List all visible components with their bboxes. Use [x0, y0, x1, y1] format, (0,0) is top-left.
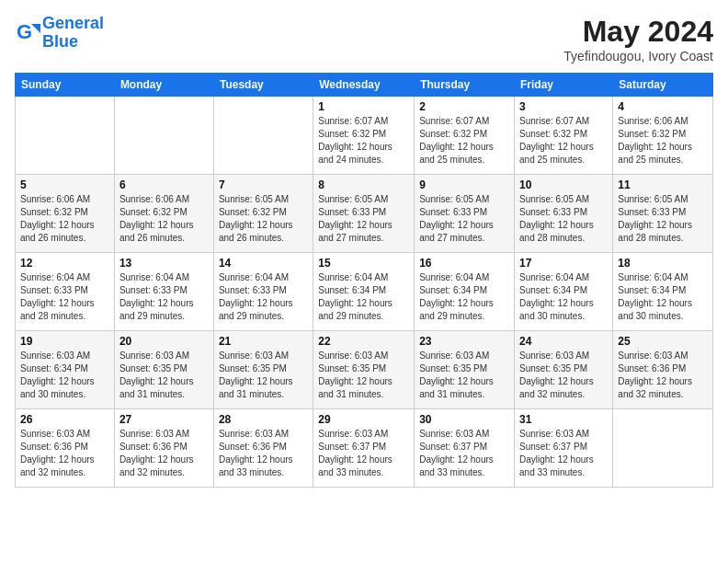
day-info: Sunrise: 6:04 AM Sunset: 6:34 PM Dayligh… — [318, 271, 409, 323]
calendar-cell: 1Sunrise: 6:07 AM Sunset: 6:32 PM Daylig… — [313, 97, 415, 175]
calendar-cell: 29Sunrise: 6:03 AM Sunset: 6:37 PM Dayli… — [313, 409, 415, 488]
logo-line2: Blue — [42, 33, 104, 52]
day-info: Sunrise: 6:03 AM Sunset: 6:35 PM Dayligh… — [318, 350, 409, 401]
header-row: SundayMondayTuesdayWednesdayThursdayFrid… — [16, 74, 713, 97]
day-number: 6 — [119, 178, 209, 191]
day-header-tuesday: Tuesday — [213, 74, 313, 97]
logo-icon: G — [15, 20, 40, 46]
day-number: 2 — [419, 100, 509, 113]
day-info: Sunrise: 6:05 AM Sunset: 6:33 PM Dayligh… — [419, 193, 509, 245]
day-number: 11 — [618, 178, 708, 191]
calendar-cell: 26Sunrise: 6:03 AM Sunset: 6:36 PM Dayli… — [16, 409, 115, 488]
calendar-cell: 30Sunrise: 6:03 AM Sunset: 6:37 PM Dayli… — [415, 409, 515, 488]
day-info: Sunrise: 6:03 AM Sunset: 6:36 PM Dayligh… — [119, 428, 209, 479]
calendar-week-0: 1Sunrise: 6:07 AM Sunset: 6:32 PM Daylig… — [16, 97, 713, 175]
day-number: 8 — [318, 178, 409, 191]
day-number: 4 — [618, 100, 708, 113]
day-number: 17 — [519, 257, 608, 270]
day-info: Sunrise: 6:03 AM Sunset: 6:35 PM Dayligh… — [519, 350, 608, 401]
day-info: Sunrise: 6:03 AM Sunset: 6:35 PM Dayligh… — [119, 350, 209, 401]
calendar-cell: 27Sunrise: 6:03 AM Sunset: 6:36 PM Dayli… — [114, 409, 213, 488]
logo: G General Blue — [15, 15, 104, 52]
day-number: 19 — [20, 335, 109, 348]
calendar-week-4: 26Sunrise: 6:03 AM Sunset: 6:36 PM Dayli… — [16, 409, 713, 488]
calendar-cell: 31Sunrise: 6:03 AM Sunset: 6:37 PM Dayli… — [515, 409, 613, 488]
day-info: Sunrise: 6:03 AM Sunset: 6:35 PM Dayligh… — [419, 350, 509, 401]
title-block: May 2024 Tyefindougou, Ivory Coast — [563, 15, 713, 63]
month-year: May 2024 — [563, 15, 713, 49]
day-number: 9 — [419, 178, 509, 191]
day-info: Sunrise: 6:06 AM Sunset: 6:32 PM Dayligh… — [618, 115, 708, 167]
calendar-cell: 7Sunrise: 6:05 AM Sunset: 6:32 PM Daylig… — [213, 175, 313, 253]
day-number: 14 — [219, 257, 308, 270]
calendar-cell: 5Sunrise: 6:06 AM Sunset: 6:32 PM Daylig… — [16, 175, 115, 253]
calendar-cell: 24Sunrise: 6:03 AM Sunset: 6:35 PM Dayli… — [515, 331, 613, 409]
day-number: 15 — [318, 257, 409, 270]
day-number: 28 — [219, 413, 308, 426]
calendar-cell: 21Sunrise: 6:03 AM Sunset: 6:35 PM Dayli… — [213, 331, 313, 409]
day-number: 5 — [20, 178, 109, 191]
calendar-cell: 22Sunrise: 6:03 AM Sunset: 6:35 PM Dayli… — [313, 331, 415, 409]
day-number: 3 — [519, 100, 608, 113]
day-number: 29 — [318, 413, 409, 426]
day-header-monday: Monday — [114, 74, 213, 97]
logo-line1: General — [42, 14, 104, 32]
day-number: 24 — [519, 335, 608, 348]
calendar-cell: 10Sunrise: 6:05 AM Sunset: 6:33 PM Dayli… — [515, 175, 613, 253]
day-info: Sunrise: 6:03 AM Sunset: 6:37 PM Dayligh… — [519, 428, 608, 479]
day-number: 10 — [519, 178, 608, 191]
day-header-saturday: Saturday — [613, 74, 713, 97]
day-number: 21 — [219, 335, 308, 348]
day-info: Sunrise: 6:04 AM Sunset: 6:33 PM Dayligh… — [20, 271, 109, 323]
day-info: Sunrise: 6:07 AM Sunset: 6:32 PM Dayligh… — [419, 115, 509, 167]
day-info: Sunrise: 6:06 AM Sunset: 6:32 PM Dayligh… — [20, 193, 109, 245]
calendar-cell: 11Sunrise: 6:05 AM Sunset: 6:33 PM Dayli… — [613, 175, 713, 253]
calendar-cell: 25Sunrise: 6:03 AM Sunset: 6:36 PM Dayli… — [613, 331, 713, 409]
day-number: 30 — [419, 413, 509, 426]
day-info: Sunrise: 6:03 AM Sunset: 6:36 PM Dayligh… — [618, 350, 708, 401]
day-info: Sunrise: 6:04 AM Sunset: 6:34 PM Dayligh… — [419, 271, 509, 323]
day-number: 27 — [119, 413, 209, 426]
day-info: Sunrise: 6:04 AM Sunset: 6:34 PM Dayligh… — [519, 271, 608, 323]
day-info: Sunrise: 6:05 AM Sunset: 6:33 PM Dayligh… — [519, 193, 608, 245]
day-number: 12 — [20, 257, 109, 270]
calendar-cell: 2Sunrise: 6:07 AM Sunset: 6:32 PM Daylig… — [415, 97, 515, 175]
day-header-thursday: Thursday — [415, 74, 515, 97]
day-number: 31 — [519, 413, 608, 426]
day-number: 1 — [318, 100, 409, 113]
day-number: 13 — [119, 257, 209, 270]
day-info: Sunrise: 6:05 AM Sunset: 6:32 PM Dayligh… — [219, 193, 308, 245]
day-number: 18 — [618, 257, 708, 270]
calendar-cell — [213, 97, 313, 175]
day-number: 23 — [419, 335, 509, 348]
calendar-cell: 28Sunrise: 6:03 AM Sunset: 6:36 PM Dayli… — [213, 409, 313, 488]
day-header-sunday: Sunday — [16, 74, 115, 97]
calendar-cell: 19Sunrise: 6:03 AM Sunset: 6:34 PM Dayli… — [16, 331, 115, 409]
day-info: Sunrise: 6:03 AM Sunset: 6:36 PM Dayligh… — [20, 428, 109, 479]
calendar-table: SundayMondayTuesdayWednesdayThursdayFrid… — [15, 73, 713, 488]
calendar-cell: 14Sunrise: 6:04 AM Sunset: 6:33 PM Dayli… — [213, 253, 313, 331]
day-number: 26 — [20, 413, 109, 426]
day-number: 16 — [419, 257, 509, 270]
calendar-week-2: 12Sunrise: 6:04 AM Sunset: 6:33 PM Dayli… — [16, 253, 713, 331]
day-info: Sunrise: 6:06 AM Sunset: 6:32 PM Dayligh… — [119, 193, 209, 245]
day-header-friday: Friday — [515, 74, 613, 97]
calendar-cell: 13Sunrise: 6:04 AM Sunset: 6:33 PM Dayli… — [114, 253, 213, 331]
calendar-cell — [114, 97, 213, 175]
day-info: Sunrise: 6:05 AM Sunset: 6:33 PM Dayligh… — [318, 193, 409, 245]
svg-marker-1 — [31, 24, 40, 33]
logo-text: General Blue — [42, 15, 104, 52]
day-info: Sunrise: 6:05 AM Sunset: 6:33 PM Dayligh… — [618, 193, 708, 245]
calendar-week-1: 5Sunrise: 6:06 AM Sunset: 6:32 PM Daylig… — [16, 175, 713, 253]
calendar-cell: 4Sunrise: 6:06 AM Sunset: 6:32 PM Daylig… — [613, 97, 713, 175]
page-header: G General Blue May 2024 Tyefindougou, Iv… — [15, 15, 713, 63]
calendar-cell: 20Sunrise: 6:03 AM Sunset: 6:35 PM Dayli… — [114, 331, 213, 409]
calendar-cell — [613, 409, 713, 488]
calendar-week-3: 19Sunrise: 6:03 AM Sunset: 6:34 PM Dayli… — [16, 331, 713, 409]
day-info: Sunrise: 6:04 AM Sunset: 6:33 PM Dayligh… — [119, 271, 209, 323]
day-header-wednesday: Wednesday — [313, 74, 415, 97]
calendar-cell: 12Sunrise: 6:04 AM Sunset: 6:33 PM Dayli… — [16, 253, 115, 331]
day-info: Sunrise: 6:03 AM Sunset: 6:37 PM Dayligh… — [318, 428, 409, 479]
day-info: Sunrise: 6:07 AM Sunset: 6:32 PM Dayligh… — [519, 115, 608, 167]
calendar-cell: 3Sunrise: 6:07 AM Sunset: 6:32 PM Daylig… — [515, 97, 613, 175]
